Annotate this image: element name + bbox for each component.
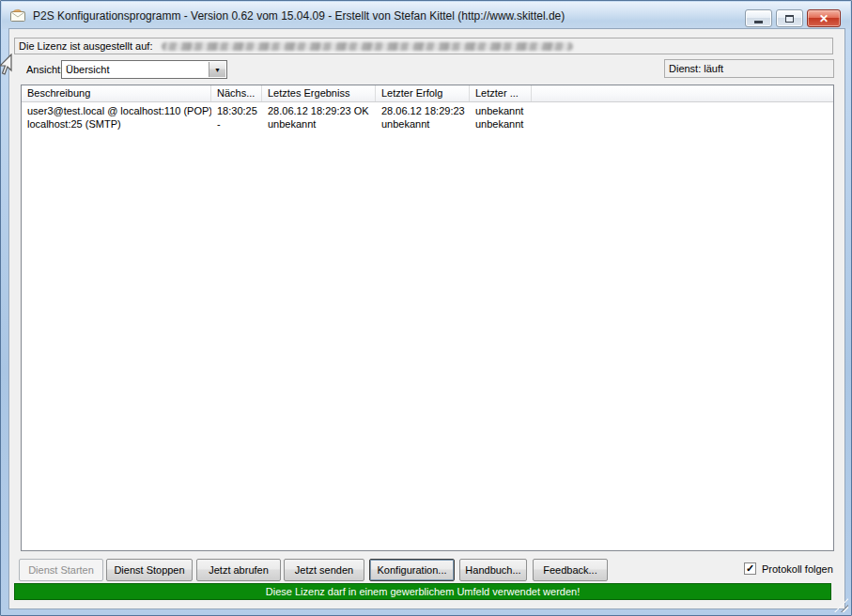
view-dropdown-value: Übersicht [66,64,109,75]
maximize-button[interactable] [776,9,803,27]
cell-letztes-ergebniss: unbekannt [262,117,376,131]
check-icon: ✓ [746,562,754,574]
minimize-button[interactable] [745,9,772,27]
minimize-icon [754,21,763,23]
license-redacted-value [162,42,573,51]
list-header: Beschreibung Nächs... Letztes Ergebniss … [22,85,833,102]
list-body: user3@test.local @ localhost:110 (POP) 1… [22,102,833,131]
manual-button[interactable]: Handbuch... [459,559,527,581]
cell-letztes-ergebniss: 28.06.12 18:29:23 OK [262,104,376,117]
window-controls: ✕ [745,9,841,27]
column-header-beschreibung[interactable]: Beschreibung [22,85,211,101]
license-notice-text: Diese Lizenz darf in einem gewerblichem … [266,586,580,597]
configuration-button[interactable]: Konfiguration... [369,559,455,581]
cell-beschreibung: localhost:25 (SMTP) [22,117,211,131]
license-bar: Die Lizenz ist ausgestellt auf: [14,38,833,54]
fetch-now-button[interactable]: Jetzt abrufen [196,559,281,581]
license-label: Die Lizenz ist ausgestellt auf: [19,40,152,52]
cell-letzter: unbekannt [470,104,532,117]
column-header-letztes-ergebniss[interactable]: Letztes Ergebniss [262,85,376,101]
cell-letzter-erfolg: 28.06.12 18:29:23 [376,104,470,117]
protocol-checkbox-label[interactable]: Protokoll folgen [762,563,833,575]
cell-beschreibung: user3@test.local @ localhost:110 (POP) [22,104,211,117]
service-status-text: Dienst: läuft [669,63,723,74]
chevron-down-icon: ▼ [214,67,221,73]
close-button[interactable]: ✕ [807,9,841,27]
license-notice-banner: Diese Lizenz darf in einem gewerblichem … [14,583,831,600]
accounts-list: Beschreibung Nächs... Letztes Ergebniss … [21,85,834,551]
cell-naechster: - [211,117,262,131]
cell-letzter-erfolg: unbekannt [376,117,470,131]
start-service-button: Dienst Starten [19,559,103,581]
view-label: Ansicht: [26,64,63,75]
cell-letzter: unbekannt [470,117,532,131]
column-header-letzter[interactable]: Letzter ... [470,85,532,101]
column-header-filler [532,85,833,101]
view-dropdown[interactable]: Übersicht ▼ [61,60,227,79]
stop-service-button[interactable]: Dienst Stoppen [106,559,193,581]
close-icon: ✕ [819,12,829,25]
list-item-pop-account[interactable]: user3@test.local @ localhost:110 (POP) 1… [22,104,833,117]
protocol-checkbox[interactable]: ✓ [744,562,756,575]
list-item-smtp-account[interactable]: localhost:25 (SMTP) - unbekannt unbekann… [22,117,833,131]
column-header-letzter-erfolg[interactable]: Letzter Erfolg [376,85,470,101]
service-status: Dienst: läuft [664,59,834,78]
titlebar[interactable]: P2S Konfigurationsprogramm - Version 0.6… [2,2,850,29]
cell-naechster: 18:30:25 [211,104,262,117]
feedback-button[interactable]: Feedback... [533,559,608,581]
column-header-naechster[interactable]: Nächs... [211,85,262,101]
send-now-button[interactable]: Jetzt senden [284,559,364,581]
mail-app-icon [10,8,26,23]
protocol-checkbox-group: ✓ Protokoll folgen [744,562,833,575]
maximize-icon [785,15,794,23]
content-panel: Die Lizenz ist ausgestellt auf: Ansicht:… [8,28,845,609]
app-window: P2S Konfigurationsprogramm - Version 0.6… [0,0,852,616]
window-title: P2S Konfigurationsprogramm - Version 0.6… [33,9,565,23]
dropdown-arrow-button[interactable]: ▼ [209,62,225,77]
